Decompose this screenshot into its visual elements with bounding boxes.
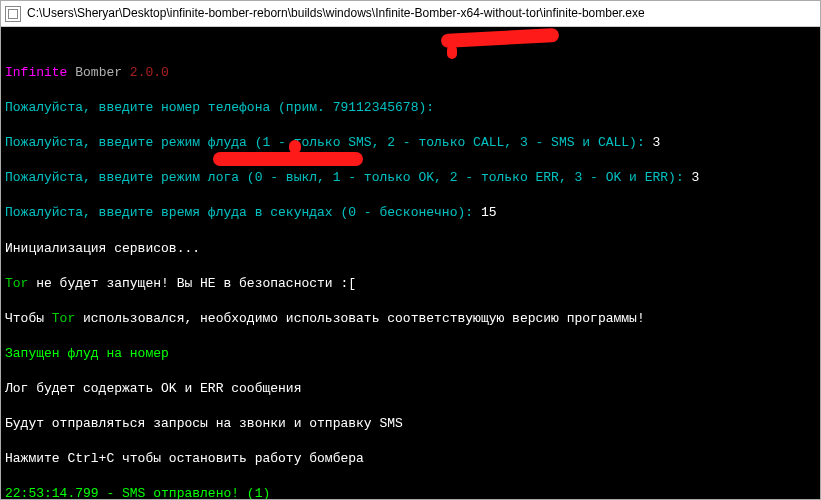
status-init: Инициализация сервисов... (5, 240, 816, 258)
titlebar[interactable]: C:\Users\Sheryar\Desktop\infinite-bomber… (1, 1, 820, 27)
prompt-time: Пожалуйста, введите время флуда в секунд… (5, 204, 816, 222)
status-send-info: Будут отправляться запросы на звонки и о… (5, 415, 816, 433)
app-icon (5, 6, 21, 22)
redaction-mark (447, 45, 457, 59)
status-stop-hint: Нажмите Ctrl+C чтобы остановить работу б… (5, 450, 816, 468)
tor-hint-suffix: использовался, необходимо использовать с… (75, 311, 645, 326)
prompt-log-value: 3 (692, 170, 700, 185)
redaction-mark (441, 28, 560, 48)
app-window: C:\Users\Sheryar\Desktop\infinite-bomber… (0, 0, 821, 500)
redaction-mark (213, 152, 363, 166)
status-tor-off: Tor не будет запущен! Вы НЕ в безопаснос… (5, 275, 816, 293)
tor-hint-prefix: Чтобы (5, 311, 52, 326)
prompt-time-label: Пожалуйста, введите время флуда в секунд… (5, 205, 481, 220)
prompt-mode-value: 3 (653, 135, 661, 150)
app-name-part1: Infinite (5, 65, 67, 80)
log-list: 22:53:14.799 - SMS отправлено! (1) 22:53… (5, 485, 816, 499)
app-header: Infinite Bomber 2.0.0 (5, 64, 816, 82)
prompt-log: Пожалуйста, введите режим лога (0 - выкл… (5, 169, 816, 187)
status-log-info: Лог будет содержать OK и ERR сообщения (5, 380, 816, 398)
status-tor-hint: Чтобы Tor использовался, необходимо испо… (5, 310, 816, 328)
app-version: 2.0.0 (130, 65, 169, 80)
prompt-log-label: Пожалуйста, введите режим лога (0 - выкл… (5, 170, 692, 185)
log-line: 22:53:14.799 - SMS отправлено! (1) (5, 485, 816, 499)
app-name-part2: Bomber (67, 65, 129, 80)
status-started: Запущен флуд на номер (5, 345, 816, 363)
prompt-mode: Пожалуйста, введите режим флуда (1 - тол… (5, 134, 816, 152)
terminal-output[interactable]: Infinite Bomber 2.0.0 Пожалуйста, введит… (1, 27, 820, 499)
tor-word-2: Tor (52, 311, 75, 326)
prompt-phone: Пожалуйста, введите номер телефона (прим… (5, 99, 816, 117)
tor-off-text: не будет запущен! Вы НЕ в безопасности :… (28, 276, 356, 291)
prompt-mode-label: Пожалуйста, введите режим флуда (1 - тол… (5, 135, 653, 150)
prompt-time-value: 15 (481, 205, 497, 220)
window-title: C:\Users\Sheryar\Desktop\infinite-bomber… (27, 5, 645, 21)
tor-word: Tor (5, 276, 28, 291)
